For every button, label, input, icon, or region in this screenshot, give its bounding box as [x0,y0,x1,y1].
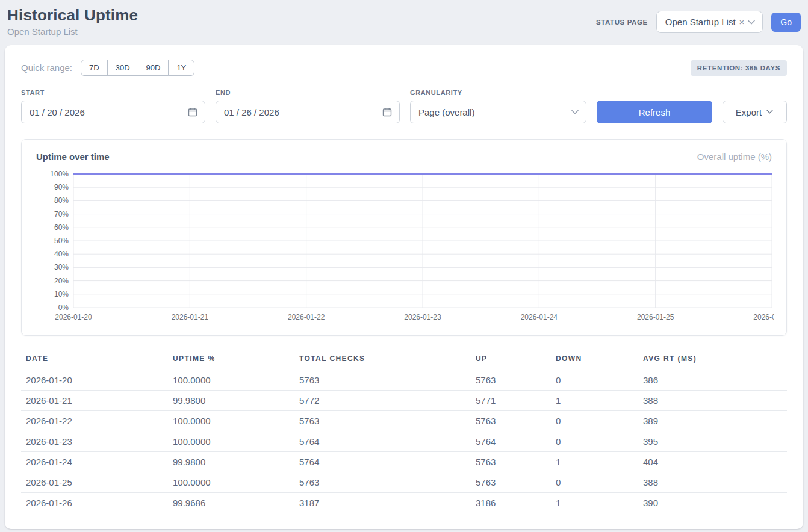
column-header: TOTAL CHECKS [294,349,471,370]
start-date-value: 01 / 20 / 2026 [30,107,85,117]
calendar-icon[interactable] [188,107,197,117]
svg-text:0%: 0% [58,303,69,312]
end-date-field: END 01 / 26 / 2026 [216,89,400,123]
table-cell: 389 [638,411,787,431]
quick-range-group: 7D30D90D1Y [81,60,194,76]
end-date-input[interactable]: 01 / 26 / 2026 [216,101,400,123]
table-cell: 3187 [294,493,471,513]
table-body: 2026-01-20100.00005763576303862026-01-21… [21,370,787,513]
start-date-field: START 01 / 20 / 2026 [21,89,205,123]
column-header: DATE [21,349,168,370]
end-date-value: 01 / 26 / 2026 [224,107,279,117]
chevron-down-icon [748,20,755,25]
table-cell: 100.0000 [168,431,294,452]
table-cell: 1 [551,391,638,411]
export-button-label: Export [736,107,762,117]
uptime-line-chart: 0%10%20%30%40%50%60%70%80%90%100%2026-01… [35,169,774,324]
quick-range-90d-button[interactable]: 90D [138,60,169,76]
svg-text:30%: 30% [54,263,69,271]
quick-range-row: Quick range: 7D30D90D1Y RETENTION: 365 D… [21,60,787,76]
statuspage-controls: STATUS PAGE Open Startup List × Go [596,11,801,33]
table-cell: 5763 [294,411,471,431]
chart-header: Uptime over time Overall uptime (%) [35,152,773,169]
statuspage-select[interactable]: Open Startup List × [656,11,763,33]
granularity-select[interactable]: Page (overall) [410,101,586,123]
table-cell: 5763 [294,370,471,391]
svg-text:10%: 10% [54,290,69,298]
table-cell: 99.9800 [168,452,294,472]
go-button[interactable]: Go [771,13,801,32]
refresh-button[interactable]: Refresh [597,101,712,123]
table-cell: 5764 [294,431,471,452]
end-label: END [216,89,400,96]
table-cell: 5771 [471,391,551,411]
table-cell: 0 [551,370,638,391]
table-cell: 2026-01-21 [21,391,168,411]
table-cell: 2026-01-23 [21,431,168,452]
main-panel: Quick range: 7D30D90D1Y RETENTION: 365 D… [5,45,803,529]
svg-text:2026-01-23: 2026-01-23 [404,313,441,321]
quick-range-1y-button[interactable]: 1Y [168,60,194,76]
table-cell: 2026-01-25 [21,472,168,493]
page-subtitle: Open Startup List [7,26,138,37]
table-cell: 2026-01-24 [21,452,168,472]
table-cell: 0 [551,472,638,493]
table-cell: 3186 [471,493,551,513]
calendar-icon[interactable] [382,107,392,117]
table-cell: 390 [638,493,787,513]
svg-text:60%: 60% [54,223,69,232]
svg-text:2026-01-25: 2026-01-25 [637,313,674,321]
granularity-value: Page (overall) [418,107,474,117]
svg-text:100%: 100% [50,170,69,178]
top-bar: Historical Uptime Open Startup List STAT… [0,0,808,45]
svg-text:2026-01-20: 2026-01-20 [55,313,92,321]
table-cell: 99.9686 [168,493,294,513]
quick-range-7d-button[interactable]: 7D [81,60,108,76]
chevron-down-icon [571,110,579,114]
table-row: 2026-01-2499.9800576457631404 [21,452,787,472]
uptime-table: DATEUPTIME %TOTAL CHECKSUPDOWNAVG RT (MS… [21,349,787,513]
svg-text:2026-01-26: 2026-01-26 [753,313,774,321]
clear-icon[interactable]: × [739,17,745,27]
table-cell: 388 [638,472,787,493]
table-cell: 2026-01-22 [21,411,168,431]
table-cell: 5763 [471,370,551,391]
table-cell: 100.0000 [168,411,294,431]
column-header: AVG RT (MS) [638,349,787,370]
table-cell: 5764 [471,431,551,452]
quick-range-30d-button[interactable]: 30D [107,60,138,76]
start-date-input[interactable]: 01 / 20 / 2026 [21,101,205,123]
export-button[interactable]: Export [723,101,787,123]
svg-text:80%: 80% [54,196,69,205]
start-label: START [21,89,205,96]
table-cell: 1 [551,452,638,472]
page-heading: Historical Uptime Open Startup List [7,6,138,37]
statuspage-selected-value: Open Startup List [665,17,736,27]
table-cell: 395 [638,431,787,452]
table-cell: 5763 [471,411,551,431]
table-row: 2026-01-25100.0000576357630388 [21,472,787,493]
table-row: 2026-01-2699.9686318731861390 [21,493,787,513]
chart-title: Uptime over time [36,152,110,162]
column-header: UPTIME % [168,349,294,370]
svg-text:90%: 90% [54,183,69,191]
table-row: 2026-01-2199.9800577257711388 [21,391,787,411]
chart-legend: Overall uptime (%) [697,152,772,162]
svg-text:2026-01-24: 2026-01-24 [521,313,558,321]
statuspage-label: STATUS PAGE [596,19,648,26]
table-row: 2026-01-20100.0000576357630386 [21,370,787,391]
svg-text:70%: 70% [54,210,69,218]
table-cell: 404 [638,452,787,472]
table-cell: 0 [551,411,638,431]
chevron-down-icon [766,110,774,114]
column-header: UP [471,349,551,370]
quick-range-label: Quick range: [21,63,72,73]
table-cell: 100.0000 [168,472,294,493]
table-row: 2026-01-23100.0000576457640395 [21,431,787,452]
table-cell: 1 [551,493,638,513]
table-cell: 388 [638,391,787,411]
table-cell: 2026-01-20 [21,370,168,391]
table-cell: 0 [551,431,638,452]
page-title: Historical Uptime [7,6,138,25]
svg-text:2026-01-22: 2026-01-22 [288,313,325,321]
